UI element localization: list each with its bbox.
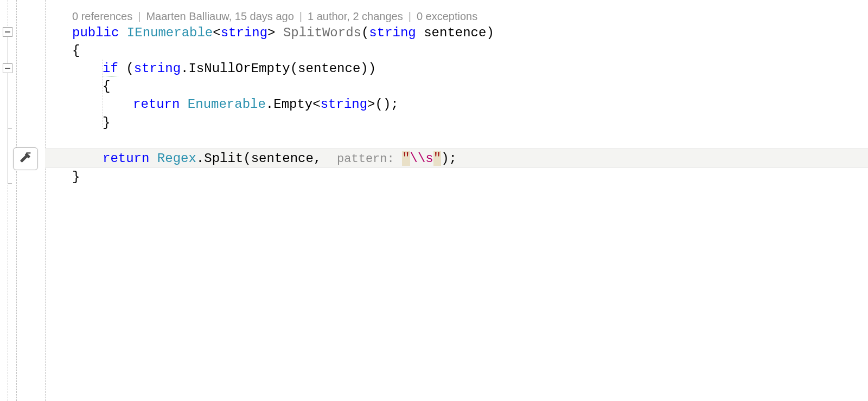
inlay-hint-pattern: pattern: [337, 152, 394, 166]
code-line[interactable]: return Enumerable.Empty<string>(); [45, 95, 868, 113]
code-line[interactable]: } [45, 168, 868, 186]
keyword-string: string [221, 25, 267, 40]
type-enumerable: Enumerable [188, 97, 266, 112]
gutter [0, 0, 45, 401]
fold-toggle-method[interactable] [3, 27, 12, 37]
brace-close: } [72, 170, 80, 184]
code-area[interactable]: 0 references | Maarten Balliauw, 15 days… [45, 0, 868, 401]
string-escape: \\s [410, 151, 433, 166]
code-line[interactable]: { [45, 77, 868, 95]
keyword-return: return [103, 151, 149, 166]
angle-close: > [267, 25, 275, 40]
codelens-blame[interactable]: Maarten Balliauw, 15 days ago [146, 8, 293, 25]
space [394, 151, 402, 166]
keyword-return: return [133, 97, 180, 112]
codelens-references[interactable]: 0 references [72, 8, 132, 25]
space [119, 25, 126, 40]
type-regex: Regex [157, 151, 196, 166]
codelens-separator: | [299, 8, 302, 25]
code-line[interactable]: } [45, 114, 868, 132]
fold-guide-cap [8, 128, 12, 129]
space [276, 25, 283, 40]
codelens-separator: | [138, 8, 141, 25]
codelens-authors[interactable]: 1 author, 2 changes [308, 8, 403, 25]
keyword-string: string [369, 25, 416, 40]
code-line[interactable]: if (string.IsNullOrEmpty(sentence)) [45, 60, 868, 77]
paren-open: ( [118, 61, 134, 76]
hammer-icon [18, 151, 33, 167]
code-line-blank[interactable] [45, 132, 868, 150]
keyword-public: public [72, 25, 119, 40]
brace-close: } [103, 115, 110, 130]
method-call: .IsNullOrEmpty(sentence)) [181, 61, 376, 76]
keyword-string: string [321, 97, 367, 112]
type-ienumerable: IEnumerable [127, 25, 213, 40]
quick-action-button[interactable] [13, 147, 38, 170]
method-call: .Split(sentence, [196, 151, 337, 166]
code-line[interactable]: return Regex.Split(sentence, pattern: "\… [45, 150, 868, 167]
fold-guide [8, 73, 8, 128]
brace-open: { [103, 79, 110, 94]
tail: ); [441, 151, 457, 166]
space [149, 151, 157, 166]
outline-guide [16, 0, 17, 401]
codelens-separator: | [409, 8, 411, 25]
brace-open: { [72, 43, 80, 58]
keyword-string: string [134, 61, 181, 76]
codelens-bar: 0 references | Maarten Balliauw, 15 days… [72, 8, 477, 25]
code-line[interactable]: { [45, 42, 868, 60]
paren-open: ( [361, 25, 369, 40]
angle-open: < [213, 25, 220, 40]
space [180, 97, 187, 112]
tail: >(); [367, 97, 399, 112]
fold-guide-cap [8, 183, 12, 184]
paren-close: ) [486, 25, 494, 40]
fold-toggle-if[interactable] [3, 63, 12, 73]
method-name: SplitWords [283, 25, 361, 40]
code-editor[interactable]: 0 references | Maarten Balliauw, 15 days… [0, 0, 868, 401]
codelens-exceptions[interactable]: 0 exceptions [417, 8, 477, 25]
dot-empty: .Empty< [266, 97, 321, 112]
string-quote-open: " [402, 151, 410, 166]
param-name: sentence [416, 25, 487, 40]
string-quote-close: " [433, 151, 441, 166]
code-line[interactable]: public IEnumerable<string> SplitWords(st… [45, 24, 868, 42]
keyword-if: if [103, 61, 118, 76]
